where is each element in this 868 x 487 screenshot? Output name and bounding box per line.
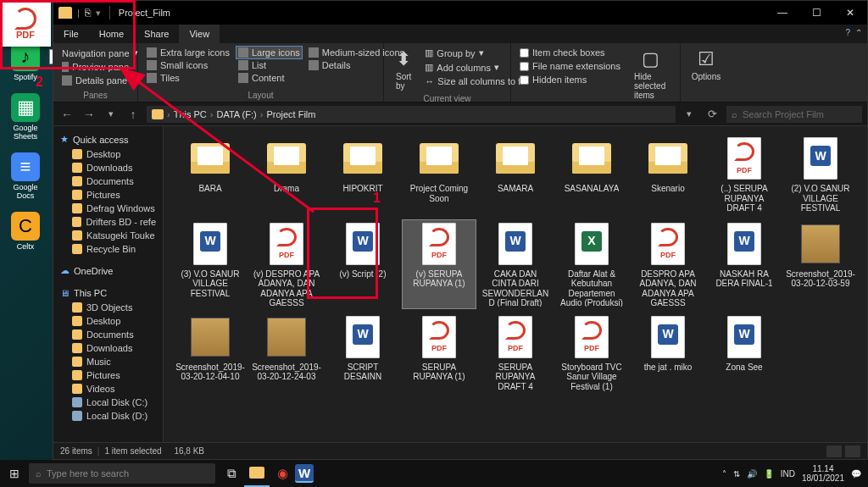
file-item[interactable]: PDF (..) SERUPA RUPANYA DRAFT 4 xyxy=(708,135,781,215)
hide-selected-button[interactable]: ▢Hide selected items xyxy=(629,47,673,102)
battery-icon[interactable]: 🔋 xyxy=(764,469,774,479)
taskbar-word[interactable]: W xyxy=(295,464,314,483)
layout-small icons[interactable]: Small icons xyxy=(145,59,231,71)
preview-pane-button[interactable]: Preview pane xyxy=(60,61,131,73)
nav-up-button[interactable]: ↑ xyxy=(125,108,142,121)
tab-share[interactable]: Share xyxy=(134,25,179,43)
tray-up-icon[interactable]: ˄ xyxy=(722,469,726,479)
start-button[interactable]: ⊞ xyxy=(0,467,29,480)
file-item[interactable]: W the jat . miko xyxy=(632,313,704,394)
file-item[interactable]: SAMARA xyxy=(479,135,552,215)
tab-home[interactable]: Home xyxy=(89,25,134,43)
file-item[interactable]: PDF (v) DESPRO APA ADANYA, DAN ADANYA AP… xyxy=(250,220,323,308)
desktop-icon-celtx[interactable]: CCeltx xyxy=(3,212,47,251)
sidebar-item-drifters-bd-refe[interactable]: Drifters BD - refe xyxy=(53,215,163,229)
taskbar-chrome[interactable]: ◉ xyxy=(270,460,295,487)
tab-view[interactable]: View xyxy=(179,25,220,43)
taskbar-search[interactable]: ⌕ Type here to search xyxy=(29,463,215,484)
sidebar-item-local-disk-d-[interactable]: Local Disk (D:) xyxy=(53,409,163,423)
file-item[interactable]: PDF DESPRO APA ADANYA, DAN ADANYA APA GA… xyxy=(632,220,704,308)
file-item[interactable]: PDF SERUPA RUPANYA (1) xyxy=(403,313,476,394)
nav-forward-button[interactable]: → xyxy=(81,108,97,121)
file-item[interactable]: W CAKA DAN CINTA DARI SEWONDERLAND (Fina… xyxy=(479,220,552,308)
file-item[interactable]: Drama xyxy=(250,135,323,215)
sidebar-this-pc[interactable]: 🖥This PC xyxy=(53,285,163,301)
sidebar-quick-access[interactable]: ★Quick access xyxy=(53,131,163,147)
sidebar-item-videos[interactable]: Videos xyxy=(53,382,163,396)
sidebar-item-downloads[interactable]: Downloads xyxy=(53,161,163,174)
quick-save-icon[interactable]: ⎘ xyxy=(85,7,91,19)
breadcrumb[interactable]: › This PC› DATA (F:)› Project Film xyxy=(147,106,676,123)
file-item[interactable]: W (3) V.O SANUR VILLAGE FESTIVAL xyxy=(174,220,247,308)
file-pane[interactable]: BARA Drama HIPOKRIT Project Coming Soon … xyxy=(164,126,867,442)
sidebar-onedrive[interactable]: ☁OneDrive xyxy=(53,263,163,279)
desktop-icon-docs[interactable]: ≡Google Docs xyxy=(3,152,47,200)
notifications-icon[interactable]: 💬 xyxy=(851,469,861,479)
file-item[interactable]: SASANALAYA xyxy=(555,135,628,215)
details-pane-button[interactable]: Details pane xyxy=(60,75,131,86)
navigation-pane-button[interactable]: Navigation pane ▾ xyxy=(60,47,131,59)
sidebar-item-pictures[interactable]: Pictures xyxy=(53,368,163,382)
task-view-button[interactable]: ⧉ xyxy=(219,460,244,487)
layout-large icons[interactable]: Large icons xyxy=(236,47,302,58)
breadcrumb-dropdown-button[interactable]: ▾ xyxy=(681,108,698,119)
file-item[interactable]: W NASKAH RA DERA FINAL-1 xyxy=(708,220,781,308)
file-item[interactable]: W Zona See xyxy=(708,313,781,394)
maximize-button[interactable]: ☐ xyxy=(799,1,833,25)
desktop-icon-spotify[interactable]: ♪Spotify xyxy=(3,42,47,81)
sidebar-item-documents[interactable]: Documents xyxy=(53,328,163,341)
file-item[interactable]: PDF (v) SERUPA RUPANYA (1) xyxy=(403,220,476,308)
nav-back-button[interactable]: ← xyxy=(58,108,75,121)
sidebar-item-katsugeki-touke[interactable]: Katsugeki Touke xyxy=(53,229,163,242)
sidebar-item-desktop[interactable]: Desktop xyxy=(53,314,163,328)
file-item[interactable]: HIPOKRIT xyxy=(326,135,399,215)
sidebar-item-defrag-windows[interactable]: Defrag Windows xyxy=(53,202,163,215)
nav-recent-button[interactable]: ▾ xyxy=(103,108,120,119)
sidebar-item-desktop[interactable]: Desktop xyxy=(53,147,163,161)
file-item[interactable]: W (v) Script (2) xyxy=(326,220,399,308)
file-item[interactable]: W SCRIPT DESAINN xyxy=(326,313,399,394)
layout-extra large icons[interactable]: Extra large icons xyxy=(145,47,231,58)
file-item[interactable]: PDF SERUPA RUPANYA DRAFT 4 xyxy=(479,313,552,394)
file-item[interactable]: Screenshot_2019-03-20-12-04-10 xyxy=(174,313,247,394)
sidebar-item-recycle-bin[interactable]: Recycle Bin xyxy=(53,242,163,256)
options-button[interactable]: ☑Options xyxy=(687,47,725,83)
minimize-button[interactable]: — xyxy=(765,1,799,25)
file-item[interactable]: BARA xyxy=(174,135,247,215)
sidebar-item-local-disk-c-[interactable]: Local Disk (C:) xyxy=(53,396,163,409)
search-input[interactable]: ⌕ Search Project Film xyxy=(726,106,862,123)
sidebar-item-pictures[interactable]: Pictures xyxy=(53,188,163,202)
taskbar-explorer[interactable] xyxy=(244,460,270,487)
layout-content[interactable]: Content xyxy=(236,72,302,84)
sidebar-item-3d-objects[interactable]: 3D Objects xyxy=(53,301,163,314)
help-icon[interactable]: ? xyxy=(845,28,850,37)
tab-file[interactable]: File xyxy=(53,25,89,43)
folder-icon xyxy=(152,109,164,119)
layout-list[interactable]: List xyxy=(236,59,302,71)
layout-tiles[interactable]: Tiles xyxy=(145,72,231,84)
file-item[interactable]: Skenario xyxy=(632,135,704,215)
network-icon[interactable]: ⇅ xyxy=(733,469,740,479)
view-large-button[interactable] xyxy=(845,445,860,457)
refresh-button[interactable]: ⟳ xyxy=(703,108,721,120)
volume-icon[interactable]: 🔊 xyxy=(747,469,757,479)
file-item[interactable]: X Daftar Alat & Kebutuhan Departemen Aud… xyxy=(555,220,628,308)
desktop-icon-sheets[interactable]: ▦Google Sheets xyxy=(3,93,47,141)
sidebar-item-music[interactable]: Music xyxy=(53,355,163,368)
hidden-items-toggle[interactable]: Hidden items xyxy=(518,74,622,86)
view-details-button[interactable] xyxy=(826,445,842,457)
sidebar-item-downloads[interactable]: Downloads xyxy=(53,341,163,355)
file-item[interactable]: Project Coming Soon xyxy=(403,135,476,215)
file-item[interactable]: W (2) V.O SANUR VILLAGE FESTIVAL xyxy=(784,135,857,215)
language-indicator[interactable]: IND xyxy=(781,469,795,479)
file-item[interactable]: Screenshot_2019-03-20-12-03-59 xyxy=(784,220,857,308)
close-button[interactable]: ✕ xyxy=(833,1,867,25)
sort-by-button[interactable]: ⬍Sort by xyxy=(391,47,416,92)
item-checkboxes-toggle[interactable]: Item check boxes xyxy=(518,47,622,58)
sidebar-item-documents[interactable]: Documents xyxy=(53,174,163,188)
file-item[interactable]: PDF Storyboard TVC Sanur Village Festiva… xyxy=(555,313,628,394)
collapse-ribbon-icon[interactable]: ⌃ xyxy=(855,28,862,37)
file-extensions-toggle[interactable]: File name extensions xyxy=(518,60,622,72)
clock[interactable]: 11.14 18/01/2021 xyxy=(802,464,844,483)
file-item[interactable]: Screenshot_2019-03-20-12-24-03 xyxy=(250,313,323,394)
